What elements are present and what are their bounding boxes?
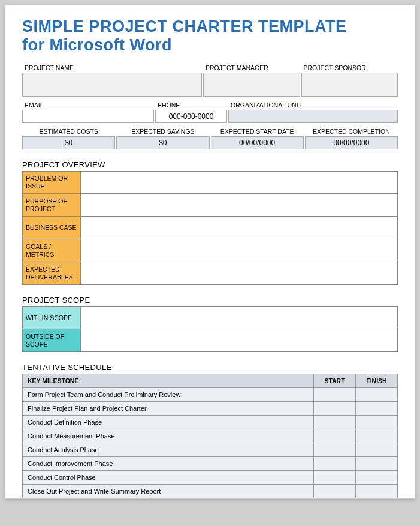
schedule-milestone[interactable]: Finalize Project Plan and Project Charte… <box>23 402 314 416</box>
schedule-finish[interactable] <box>356 388 398 402</box>
schedule-row: Conduct Control Phase <box>23 471 398 485</box>
overview-row-field[interactable] <box>81 217 398 239</box>
scope-row: OUTSIDE OF SCOPE <box>22 329 398 352</box>
schedule-start[interactable] <box>314 485 356 498</box>
schedule-col-start: START <box>314 374 356 388</box>
exp-start-field[interactable]: 00/00/0000 <box>211 136 304 149</box>
overview-row: GOALS / METRICS <box>22 239 398 262</box>
overview-row-field[interactable] <box>81 262 398 285</box>
scope-row-label: WITHIN SCOPE <box>22 306 81 329</box>
schedule-col-finish: FINISH <box>356 374 398 388</box>
email-label: EMAIL <box>22 100 154 110</box>
est-costs-label: ESTIMATED COSTS <box>22 127 115 136</box>
schedule-row: Conduct Analysis Phase <box>23 443 398 457</box>
financials-grid: ESTIMATED COSTS EXPECTED SAVINGS EXPECTE… <box>22 127 398 149</box>
schedule-start[interactable] <box>314 471 356 485</box>
overview-table: PROBLEM OR ISSUE PURPOSE OF PROJECT BUSI… <box>22 171 398 285</box>
overview-heading: PROJECT OVERVIEW <box>22 160 398 169</box>
overview-row-label: PROBLEM OR ISSUE <box>22 171 81 194</box>
schedule-start[interactable] <box>314 402 356 416</box>
exp-savings-field[interactable]: $0 <box>116 136 209 149</box>
scope-heading: PROJECT SCOPE <box>22 296 398 305</box>
schedule-milestone[interactable]: Conduct Control Phase <box>23 471 314 485</box>
scope-row: WITHIN SCOPE <box>22 306 398 329</box>
schedule-finish[interactable] <box>356 402 398 416</box>
exp-start-label: EXPECTED START DATE <box>211 127 304 136</box>
schedule-start[interactable] <box>314 429 356 443</box>
exp-completion-field[interactable]: 00/00/0000 <box>305 136 398 149</box>
schedule-start[interactable] <box>314 443 356 457</box>
exp-completion-label: EXPECTED COMPLETION <box>305 127 398 136</box>
overview-row: EXPECTED DELIVERABLES <box>22 262 398 285</box>
phone-label: PHONE <box>155 100 227 110</box>
schedule-header-row: KEY MILESTONE START FINISH <box>23 374 398 388</box>
schedule-finish[interactable] <box>356 471 398 485</box>
schedule-milestone[interactable]: Close Out Project and Write Summary Repo… <box>23 485 314 498</box>
schedule-milestone[interactable]: Conduct Analysis Phase <box>23 443 314 457</box>
title-line-2: for Microsoft Word <box>22 36 398 55</box>
overview-row-field[interactable] <box>81 194 398 217</box>
page-title: SIMPLE PROJECT CHARTER TEMPLATE for Micr… <box>22 17 398 55</box>
email-field[interactable] <box>22 110 154 123</box>
org-unit-field[interactable] <box>228 110 398 123</box>
overview-row-field[interactable] <box>81 239 398 262</box>
project-identity-grid: PROJECT NAME PROJECT MANAGER PROJECT SPO… <box>22 63 398 97</box>
scope-row-label: OUTSIDE OF SCOPE <box>22 329 81 352</box>
title-line-1: SIMPLE PROJECT CHARTER TEMPLATE <box>22 17 398 36</box>
schedule-finish[interactable] <box>356 429 398 443</box>
schedule-finish[interactable] <box>356 443 398 457</box>
schedule-row: Close Out Project and Write Summary Repo… <box>23 485 398 498</box>
schedule-milestone[interactable]: Conduct Improvement Phase <box>23 457 314 471</box>
project-manager-label: PROJECT MANAGER <box>203 63 300 73</box>
overview-row: PURPOSE OF PROJECT <box>22 194 398 217</box>
scope-row-field[interactable] <box>81 306 398 329</box>
exp-savings-label: EXPECTED SAVINGS <box>116 127 209 136</box>
project-name-field[interactable] <box>22 73 202 97</box>
org-unit-label: ORGANIZATIONAL UNIT <box>228 100 398 110</box>
schedule-body: Form Project Team and Conduct Preliminar… <box>23 388 398 498</box>
schedule-start[interactable] <box>314 388 356 402</box>
schedule-start[interactable] <box>314 457 356 471</box>
schedule-finish[interactable] <box>356 457 398 471</box>
schedule-row: Conduct Measurement Phase <box>23 429 398 443</box>
schedule-col-milestone: KEY MILESTONE <box>23 374 314 388</box>
scope-row-field[interactable] <box>81 329 398 352</box>
overview-row-label: EXPECTED DELIVERABLES <box>22 262 81 285</box>
schedule-milestone[interactable]: Conduct Measurement Phase <box>23 429 314 443</box>
schedule-milestone[interactable]: Form Project Team and Conduct Preliminar… <box>23 388 314 402</box>
overview-row: PROBLEM OR ISSUE <box>22 171 398 194</box>
schedule-finish[interactable] <box>356 485 398 498</box>
est-costs-field[interactable]: $0 <box>22 136 115 149</box>
overview-row: BUSINESS CASE <box>22 217 398 239</box>
schedule-row: Conduct Improvement Phase <box>23 457 398 471</box>
overview-row-label: PURPOSE OF PROJECT <box>22 194 81 217</box>
overview-row-label: GOALS / METRICS <box>22 239 81 262</box>
project-manager-field[interactable] <box>203 73 300 97</box>
schedule-finish[interactable] <box>356 416 398 429</box>
project-sponsor-field[interactable] <box>301 73 398 97</box>
schedule-table: KEY MILESTONE START FINISH Form Project … <box>22 374 398 498</box>
document-page: SIMPLE PROJECT CHARTER TEMPLATE for Micr… <box>5 5 415 499</box>
project-sponsor-label: PROJECT SPONSOR <box>301 63 398 73</box>
scope-table: WITHIN SCOPE OUTSIDE OF SCOPE <box>22 306 398 352</box>
project-name-label: PROJECT NAME <box>22 63 202 73</box>
overview-row-field[interactable] <box>81 171 398 194</box>
schedule-row: Conduct Definition Phase <box>23 416 398 429</box>
phone-field[interactable]: 000-000-0000 <box>155 110 227 123</box>
schedule-heading: TENTATIVE SCHEDULE <box>22 363 398 372</box>
schedule-row: Form Project Team and Conduct Preliminar… <box>23 388 398 402</box>
schedule-start[interactable] <box>314 416 356 429</box>
schedule-row: Finalize Project Plan and Project Charte… <box>23 402 398 416</box>
contact-grid: EMAIL PHONE ORGANIZATIONAL UNIT 000-000-… <box>22 100 398 123</box>
schedule-milestone[interactable]: Conduct Definition Phase <box>23 416 314 429</box>
overview-row-label: BUSINESS CASE <box>22 217 81 239</box>
